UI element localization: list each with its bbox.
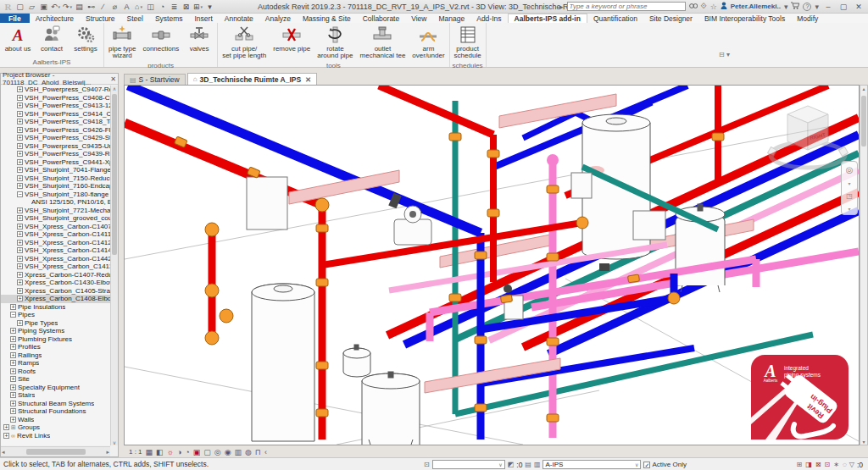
expand-icon[interactable]: + <box>10 352 16 358</box>
valves-button[interactable]: valves <box>183 24 215 53</box>
favorites-star-icon[interactable]: ☆ <box>710 3 717 11</box>
navbar-dropdown-icon[interactable]: ▾ <box>848 180 850 186</box>
canvas-vertical-scrollbar[interactable]: ▴ ▾ <box>860 85 868 445</box>
ribbon-tab-insert[interactable]: Insert <box>188 14 218 23</box>
tree-item[interactable]: +VSH_Shurjoint_7160-Endcap <box>1 182 110 191</box>
steering-wheel-icon[interactable]: ◎ <box>846 165 854 174</box>
infocenter-collapse-icon[interactable]: ▸ <box>559 3 564 11</box>
tree-item[interactable]: +VSH_Shurjoint_7041-Flange adapte <box>1 166 110 174</box>
filter-icon[interactable]: ▽ <box>849 461 854 468</box>
ribbon-tab-aalberts-ips-add-in[interactable]: Aalberts-IPS add-in <box>508 14 587 23</box>
ribbon-tab-annotate[interactable]: Annotate <box>219 14 259 23</box>
editing-requests-icon[interactable]: ◩ <box>508 461 515 468</box>
undo-icon[interactable]: ↶▾ <box>50 1 61 12</box>
ribbon-tab-quantification[interactable]: Quantification <box>587 14 643 23</box>
ribbon-tab-systems[interactable]: Systems <box>149 14 189 23</box>
tree-item[interactable]: +VSH_PowerPress_C9441-Xpress_co <box>1 158 110 167</box>
select-links-icon[interactable]: ⊞ <box>797 461 803 468</box>
reveal-hidden-elements-icon[interactable]: ◉ <box>225 448 231 456</box>
outlet-tee-button[interactable]: outlet mechanical tee <box>358 24 409 61</box>
subscription-icon[interactable]: ⟐ <box>701 2 707 11</box>
expand-icon[interactable]: + <box>10 401 16 406</box>
expand-icon[interactable]: + <box>17 167 23 173</box>
zoom-icon[interactable]: ◳ <box>846 192 853 200</box>
ribbon-tab-architecture[interactable]: Architecture <box>30 14 80 23</box>
crop-view-icon[interactable]: ▣ <box>193 448 201 456</box>
tree-item[interactable]: +Plumbing Fixtures <box>1 335 110 344</box>
tree-item[interactable]: +Piping Systems <box>1 327 110 335</box>
tree-item[interactable]: +Pipe Insulations <box>1 303 110 312</box>
tree-item[interactable]: +VSH_Xpress_Carbon-C1411-Elbow_ <box>1 230 110 239</box>
expand-icon[interactable]: + <box>17 135 23 141</box>
expand-icon[interactable]: + <box>17 159 23 165</box>
print-icon[interactable]: ▤ <box>74 1 85 12</box>
default-3d-view-icon-dropdown[interactable]: ▾ <box>140 4 142 9</box>
show-constraints-icon[interactable]: ⊓ <box>255 448 261 456</box>
expand-icon[interactable]: + <box>17 215 23 221</box>
help-dropdown-icon[interactable]: ▾ <box>815 3 819 11</box>
customize-qat-icon[interactable]: ▾ <box>204 1 215 12</box>
pipe-wizard-button[interactable]: pipe type wizard <box>106 24 138 61</box>
product-schedule-button[interactable]: product schedule <box>452 24 484 61</box>
signed-in-user[interactable]: Peter.Allemeki.. <box>731 3 781 10</box>
tree-item[interactable]: +Xpress_Carbon-C1430-Elbow-PxR_ <box>1 279 110 287</box>
thin-lines-icon[interactable]: ≣ <box>169 1 180 12</box>
expand-icon[interactable]: + <box>17 102 23 108</box>
tree-item[interactable]: +⊞Groups <box>1 423 110 432</box>
expand-icon[interactable]: + <box>17 320 23 326</box>
arm-over-under-button[interactable]: arm over/under <box>409 24 447 61</box>
navigation-bar[interactable]: ◎ ▾ ◳ ▾ <box>841 161 858 215</box>
expand-icon[interactable]: + <box>10 384 16 390</box>
expand-icon[interactable]: + <box>10 328 16 334</box>
tree-item[interactable]: +Walls <box>1 416 110 424</box>
design-option-dropdown[interactable]: A-IPS∨ <box>542 460 641 469</box>
tree-item[interactable]: +VSH_Xpress_Carbon-C1442-Groove <box>1 255 110 263</box>
tree-item[interactable]: +Structural Foundations <box>1 407 110 416</box>
expand-icon[interactable]: + <box>17 175 23 181</box>
expand-icon[interactable]: + <box>17 119 23 124</box>
tree-item[interactable]: +VSH_Shurjoint_grooved_coupling <box>1 214 110 223</box>
expand-icon[interactable]: + <box>17 183 23 189</box>
expand-icon[interactable]: + <box>17 111 23 117</box>
expand-icon[interactable]: + <box>10 304 16 310</box>
section-icon[interactable]: ◫ <box>145 1 156 12</box>
expand-icon[interactable]: + <box>17 151 23 157</box>
switch-windows-icon[interactable]: ⊞▾ <box>192 1 203 12</box>
expand-icon[interactable]: + <box>17 207 23 213</box>
tree-item[interactable]: +VSH_PowerPress_C9426-Flange_ad <box>1 126 110 135</box>
tree-item[interactable]: −Pipes <box>1 311 110 319</box>
expand-icon[interactable]: + <box>17 247 23 253</box>
settings-button[interactable]: settings <box>70 24 102 53</box>
expand-icon[interactable]: + <box>17 256 23 262</box>
ribbon-tab-manage[interactable]: Manage <box>433 14 471 23</box>
scale-indicator[interactable]: 1 : 1 <box>129 448 142 456</box>
expand-icon[interactable]: + <box>17 272 23 278</box>
ribbon-tab-massing-site[interactable]: Massing & Site <box>297 14 357 23</box>
ribbon-tab-add-ins[interactable]: Add-Ins <box>470 14 507 23</box>
expand-icon[interactable]: + <box>17 224 23 229</box>
tree-item[interactable]: +VSH_Powerpress_C9407-Reducer-T <box>1 86 110 94</box>
expand-icon[interactable]: + <box>17 240 23 246</box>
expand-icon[interactable]: + <box>17 279 23 285</box>
render-icon[interactable]: ◔ <box>157 1 168 12</box>
collapse-icon[interactable]: ‹ <box>264 448 267 456</box>
expand-icon[interactable]: + <box>17 127 23 133</box>
expand-icon[interactable]: + <box>10 336 16 342</box>
temporary-view-properties-icon[interactable]: ▥ <box>234 448 242 456</box>
connections-button[interactable]: connections <box>140 24 181 53</box>
expand-icon[interactable]: + <box>17 143 23 149</box>
tree-item[interactable]: +Xpress_Carbon_C1408-Elbow_PxP <box>1 295 110 303</box>
expand-icon[interactable]: + <box>10 408 16 414</box>
ribbon-tab-bim-interoperability-tools[interactable]: BIM Interoperability Tools <box>698 14 791 23</box>
undo-icon-dropdown[interactable]: ▾ <box>58 4 61 9</box>
tree-item[interactable]: +VSH_PowerPress_C9408-C9411-90 <box>1 94 110 102</box>
sun-path-icon[interactable]: ☼ <box>167 448 174 456</box>
detail-level-icon[interactable]: ▦ <box>146 448 153 456</box>
canvas-3d-view[interactable]: RIGHT A Aalberts integrated piping syste… <box>124 85 860 445</box>
tree-item[interactable]: +Railings <box>1 351 110 360</box>
expand-icon[interactable]: + <box>17 288 23 294</box>
tree-item[interactable]: +Xpress_Carbon_C1405-Straight_Cor <box>1 287 110 296</box>
browser-horizontal-scrollbar[interactable]: ◂▸ <box>1 446 110 456</box>
active-only-checkbox[interactable]: ✓ Active Only <box>643 461 686 468</box>
restore-button[interactable]: ▢ <box>837 3 849 11</box>
